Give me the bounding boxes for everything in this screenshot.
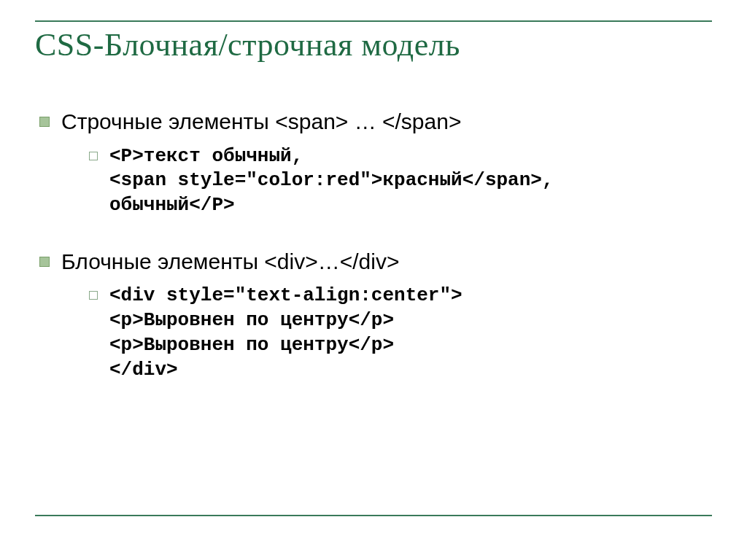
bottom-rule xyxy=(35,515,712,516)
code-block: <P>текст обычный, <span style="color:red… xyxy=(88,144,712,218)
sub-list: <P>текст обычный, <span style="color:red… xyxy=(61,144,712,218)
list-item-label: Блочные элементы <div>…</div> xyxy=(61,249,399,273)
bullet-list: Строчные элементы <span> … </span> <P>те… xyxy=(35,107,712,383)
top-rule xyxy=(35,20,712,22)
slide-title: CSS-Блочная/строчная модель xyxy=(35,26,712,63)
list-item-label: Строчные элементы <span> … </span> xyxy=(61,109,461,133)
slide-content: Строчные элементы <span> … </span> <P>те… xyxy=(35,107,712,383)
list-item: Блочные элементы <div>…</div> <div style… xyxy=(35,247,712,383)
sub-list: <div style="text-align:center"> <p>Выров… xyxy=(61,284,712,382)
code-block: <div style="text-align:center"> <p>Выров… xyxy=(88,284,712,382)
slide: CSS-Блочная/строчная модель Строчные эле… xyxy=(0,0,747,560)
list-item: Строчные элементы <span> … </span> <P>те… xyxy=(35,107,712,218)
